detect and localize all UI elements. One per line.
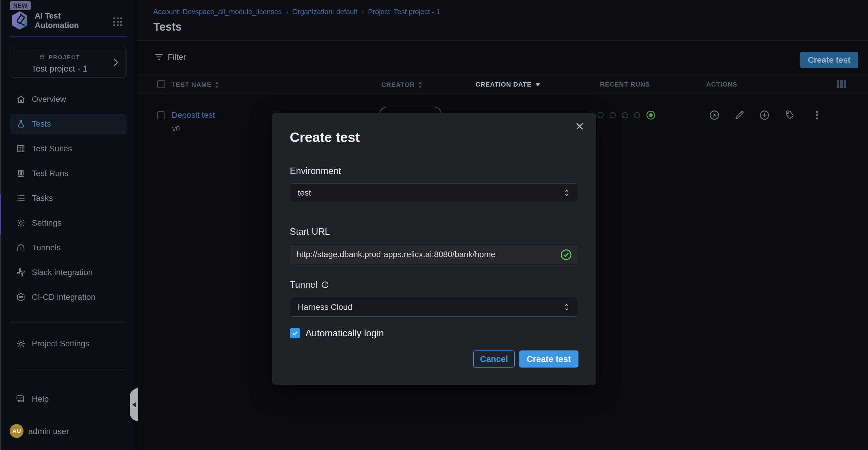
- chevron-right-icon: [111, 57, 121, 67]
- environment-select[interactable]: test: [290, 184, 578, 202]
- chevron-left-icon: [132, 402, 136, 407]
- project-eyebrow-label: PROJECT: [49, 54, 80, 61]
- app-logo: [10, 10, 29, 31]
- flask-icon: [16, 119, 26, 129]
- home-icon: [16, 94, 26, 104]
- sidebar-item-tasks[interactable]: Tasks: [10, 188, 126, 208]
- test-version: v0: [172, 124, 180, 133]
- create-test-button[interactable]: Create test: [800, 52, 858, 68]
- breadcrumb-organization[interactable]: Organization: default: [292, 8, 357, 16]
- filter-button[interactable]: Filter: [154, 52, 186, 62]
- edit-pencil-icon[interactable]: [734, 110, 745, 121]
- grid-icon: [16, 144, 26, 154]
- run-status-dot[interactable]: [634, 112, 640, 118]
- create-test-modal: Create test Environment test Start URL T…: [272, 113, 596, 385]
- apps-grid-icon[interactable]: [112, 16, 124, 28]
- breadcrumb: Account: Devspace_all_module_licenses › …: [153, 8, 440, 16]
- filter-label: Filter: [168, 52, 186, 62]
- hexagon-link-icon: [16, 292, 26, 302]
- auto-login-label: Automatically login: [305, 328, 384, 339]
- cube-icon: [38, 54, 45, 61]
- sidebar: NEW AI Test Automation: [0, 0, 136, 450]
- column-creation-date[interactable]: CREATION DATE: [475, 81, 540, 88]
- sort-icon: [417, 81, 423, 89]
- sidebar-item-tests[interactable]: Tests: [10, 114, 126, 134]
- sidebar-item-test-runs[interactable]: Test Runs: [10, 164, 126, 184]
- gear-icon: [16, 339, 26, 349]
- modal-title: Create test: [290, 129, 360, 145]
- sidebar-collapse-handle[interactable]: [130, 388, 138, 421]
- new-badge: NEW: [10, 1, 31, 10]
- svg-text:?: ?: [19, 396, 22, 400]
- run-status-dot-passed[interactable]: [646, 111, 655, 119]
- run-status-dot[interactable]: [622, 112, 628, 118]
- start-url-label: Start URL: [290, 226, 330, 237]
- table-header: TEST NAME CREATOR CREATION DATE RECENT R…: [136, 75, 868, 94]
- run-play-icon[interactable]: [709, 110, 720, 121]
- sidebar-item-help[interactable]: ? Help: [10, 389, 126, 409]
- select-chevrons-icon: [563, 188, 570, 198]
- sidebar-item-tunnels[interactable]: Tunnels: [10, 238, 126, 258]
- breadcrumb-separator: ›: [362, 8, 364, 16]
- select-all-checkbox[interactable]: [157, 80, 165, 88]
- run-status-dot[interactable]: [610, 112, 616, 118]
- start-url-field: [290, 245, 578, 264]
- project-selector[interactable]: PROJECT Test project - 1: [10, 47, 126, 78]
- column-test-name[interactable]: TEST NAME: [172, 81, 220, 89]
- page-header: Account: Devspace_all_module_licenses › …: [136, 0, 868, 40]
- test-runs-icon: [16, 168, 26, 178]
- sidebar-item-slack-integration[interactable]: Slack integration: [10, 262, 126, 282]
- slack-icon: [16, 268, 26, 277]
- row-checkbox[interactable]: [157, 111, 165, 119]
- tunnel-select[interactable]: Harness Cloud: [290, 298, 578, 317]
- auto-login-checkbox-row[interactable]: Automatically login: [290, 328, 384, 339]
- user-avatar[interactable]: AU: [10, 424, 24, 438]
- cancel-button[interactable]: Cancel: [473, 350, 515, 368]
- kebab-menu-icon[interactable]: [811, 110, 823, 121]
- tunnel-label: Tunnel: [290, 280, 329, 290]
- user-name[interactable]: admin user: [28, 427, 69, 436]
- columns-settings-icon[interactable]: [837, 80, 846, 88]
- select-chevrons-icon: [563, 302, 570, 312]
- sidebar-item-settings[interactable]: Settings: [10, 213, 126, 233]
- sidebar-item-cicd-integration[interactable]: CI-CD integration: [10, 287, 126, 307]
- list-icon: [16, 193, 26, 203]
- sidebar-divider: [10, 322, 127, 322]
- info-icon[interactable]: [321, 281, 329, 289]
- app-title: AI Test Automation: [35, 11, 105, 30]
- toolbar: Filter Create test: [136, 40, 868, 75]
- environment-label: Environment: [290, 166, 341, 176]
- filter-icon: [154, 52, 164, 62]
- sidebar-item-test-suites[interactable]: Test Suites: [10, 139, 126, 159]
- breadcrumb-separator: ›: [286, 8, 288, 16]
- add-plus-icon[interactable]: [759, 110, 770, 121]
- sidebar-item-overview[interactable]: Overview: [10, 89, 126, 109]
- column-recent-runs: RECENT RUNS: [600, 81, 650, 88]
- breadcrumb-account[interactable]: Account: Devspace_all_module_licenses: [153, 8, 282, 16]
- tag-icon[interactable]: [783, 110, 795, 121]
- gear-icon: [16, 218, 26, 228]
- help-chat-icon: ?: [16, 394, 27, 404]
- test-name-link[interactable]: Deposit test: [172, 110, 215, 120]
- modal-create-test-button[interactable]: Create test: [519, 350, 579, 368]
- column-actions: ACTIONS: [706, 81, 737, 88]
- window-edge-accent: [0, 194, 1, 234]
- tunnel-icon: [16, 243, 26, 253]
- breadcrumb-project[interactable]: Project: Test project - 1: [368, 8, 440, 16]
- column-creator[interactable]: CREATOR: [381, 81, 423, 89]
- brand-divider: [10, 36, 127, 37]
- run-status-dot[interactable]: [598, 112, 604, 118]
- page-title: Tests: [153, 21, 182, 33]
- sort-desc-icon: [535, 83, 540, 86]
- checkbox-checked-icon[interactable]: [290, 328, 300, 338]
- valid-check-icon: [560, 249, 572, 261]
- sidebar-item-project-settings[interactable]: Project Settings: [10, 334, 126, 354]
- project-name: Test project - 1: [10, 64, 108, 74]
- sidebar-divider: [10, 369, 127, 369]
- start-url-input[interactable]: [297, 245, 550, 264]
- close-icon[interactable]: [575, 121, 585, 132]
- sort-icon: [214, 81, 220, 89]
